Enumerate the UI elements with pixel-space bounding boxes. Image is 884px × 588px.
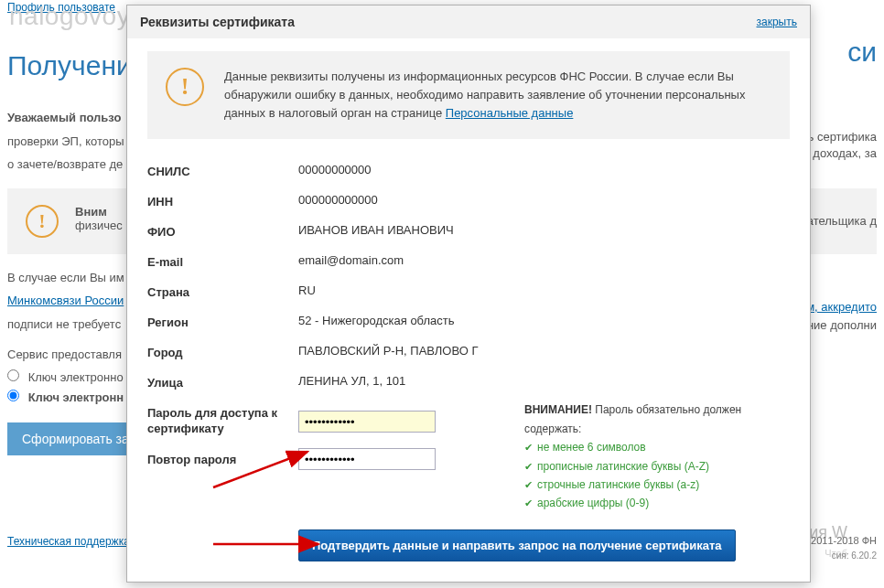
hint-upper: прописные латинские буквы (A-Z) xyxy=(524,457,790,476)
minkomsvyaz-link[interactable]: Минкомсвязи России xyxy=(7,294,124,307)
greeting: Уважаемый пользо xyxy=(7,111,121,124)
hint-lower: строчные латинские буквы (a-z) xyxy=(524,476,790,494)
field-street: Улица ЛЕНИНА УЛ, 1, 101 xyxy=(147,367,790,397)
copyright: 2011-2018 ФН xyxy=(811,535,877,546)
field-email: E-mail email@domain.com xyxy=(147,246,790,276)
warning-icon: ! xyxy=(166,68,204,106)
warning-icon: ! xyxy=(26,205,59,238)
password-hints: ВНИМАНИЕ! Пароль обязательно должен соде… xyxy=(524,401,790,512)
form-request-button[interactable]: Сформировать за xyxy=(7,422,144,455)
radio-2[interactable] xyxy=(7,390,19,401)
field-inn: ИНН 000000000000 xyxy=(147,186,790,216)
submit-button[interactable]: Подтвердить данные и направить запрос на… xyxy=(298,529,736,561)
modal-header: Реквизиты сертификата закрыть xyxy=(127,5,810,38)
field-snils: СНИЛС 00000000000 xyxy=(147,155,790,186)
info-alert: ! Данные реквизиты получены из информаци… xyxy=(147,51,790,139)
password-input[interactable] xyxy=(298,411,436,433)
accredited-link[interactable]: м, аккредито xyxy=(806,300,877,314)
field-region: Регион 52 - Нижегородская область xyxy=(147,306,790,337)
hint-digits: арабские цифры (0-9) xyxy=(524,494,790,512)
field-fio: ФИО ИВАНОВ ИВАН ИВАНОВИЧ xyxy=(147,216,790,246)
modal-title: Реквизиты сертификата xyxy=(140,15,295,29)
field-country: Страна RU xyxy=(147,276,790,306)
password-repeat-row: Повтор пароля xyxy=(147,443,524,476)
close-link[interactable]: закрыть xyxy=(757,16,797,28)
field-city: Город ПАВЛОВСКИЙ Р-Н, ПАВЛОВО Г xyxy=(147,337,790,367)
radio-1[interactable] xyxy=(7,369,19,381)
certificate-details-modal: Реквизиты сертификата закрыть ! Данные р… xyxy=(126,5,811,583)
password-repeat-input[interactable] xyxy=(298,448,436,470)
tech-support-link[interactable]: Техническая поддержка xyxy=(7,535,130,548)
password-row: Пароль для доступа к сертификату xyxy=(147,401,524,443)
version: сия: 6.20.2 xyxy=(832,551,877,561)
alert-text: Данные реквизиты получены из информацион… xyxy=(224,68,771,123)
hint-length: не менее 6 символов xyxy=(524,438,790,456)
personal-data-link[interactable]: Персональные данные xyxy=(446,106,574,120)
